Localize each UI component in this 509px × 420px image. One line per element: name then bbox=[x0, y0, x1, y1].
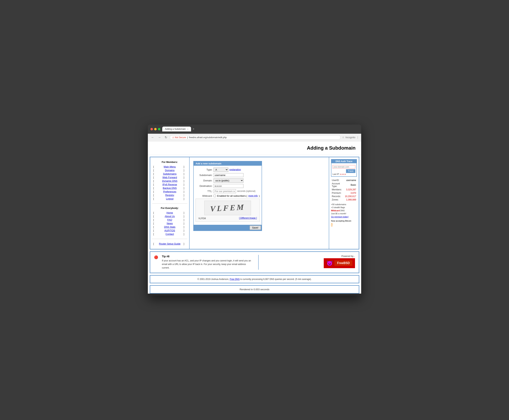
userid-label: UserID: bbox=[331, 179, 344, 182]
zones-row: Zones: 1,088,889 bbox=[331, 198, 357, 201]
sidebar-item-dynamic-dns[interactable]: [ Dynamic DNS ] bbox=[152, 179, 187, 183]
url-divider: | bbox=[187, 136, 188, 139]
sidebar-item-registry[interactable]: [ Registry ] bbox=[152, 193, 187, 197]
wildcard-controls: Enabled for all subscribers ( more info … bbox=[214, 195, 260, 197]
trace-button[interactable]: Trace bbox=[346, 169, 355, 173]
sidebar-item-contact[interactable]: [ Contact ] bbox=[152, 232, 187, 236]
account-type-value: Basic bbox=[344, 182, 357, 188]
dns-auth-title: DNS Auth Trace bbox=[332, 159, 356, 163]
render-time: Rendered in 0.003 seconds bbox=[239, 288, 269, 291]
ttl-input[interactable] bbox=[214, 189, 236, 193]
page-header: Adding a Subdomain bbox=[148, 141, 361, 155]
different-image-link[interactable]: [ Different Image ] bbox=[239, 217, 257, 219]
registry-link[interactable]: Registry bbox=[156, 194, 184, 196]
menu-icon[interactable]: ⋮ bbox=[356, 136, 359, 139]
destination-input[interactable] bbox=[214, 184, 243, 188]
tip-number: Tip #8 bbox=[162, 255, 253, 258]
subdomains-link[interactable]: Subdomains bbox=[156, 172, 184, 175]
sidebar-item-faq[interactable]: [ FAQ ] bbox=[152, 218, 187, 222]
dns-stats-link[interactable]: DNS Stats bbox=[156, 225, 184, 228]
promo-line2: +3 stealth flags bbox=[331, 206, 357, 209]
new-tab-button[interactable]: + bbox=[191, 127, 196, 132]
about-us-link[interactable]: About Us bbox=[156, 215, 184, 218]
router-section: [ Router Setup Guide ] bbox=[150, 240, 189, 247]
tip-content: Tip #8 If your account has an ACL, and y… bbox=[162, 255, 253, 270]
powered-by-label: Powered by... bbox=[264, 255, 355, 257]
destination-label: Destination: bbox=[196, 185, 212, 187]
sidebar-item-logout[interactable]: [ Logout ] bbox=[152, 197, 187, 201]
back-button[interactable]: ← bbox=[150, 135, 155, 140]
traffic-lights bbox=[150, 128, 160, 130]
browser-window: Adding a Subdomain × + ← → ↻ ⚠ Not Secur… bbox=[148, 125, 361, 296]
more-info-link[interactable]: more info bbox=[248, 195, 258, 197]
explanation-link[interactable]: explanation bbox=[229, 168, 241, 171]
contact-link[interactable]: Contact bbox=[156, 233, 184, 235]
sidebar-item-subdomains[interactable]: [ Subdomains ] bbox=[152, 172, 187, 176]
records-row: Records: 10,200,617 bbox=[331, 195, 357, 198]
home-link[interactable]: Home bbox=[156, 211, 184, 214]
premium-value: 3,870 bbox=[344, 191, 357, 195]
dynamic-dns-link[interactable]: Dynamic DNS bbox=[156, 180, 184, 182]
go-premium-link[interactable]: Go premium today! bbox=[331, 216, 349, 218]
promo-dns: DNS bbox=[340, 210, 345, 212]
active-tab[interactable]: Adding a Subdomain × bbox=[162, 127, 191, 131]
aup-tos-link[interactable]: AUP/TOS bbox=[156, 229, 184, 232]
free-dns-link[interactable]: Free DNS bbox=[230, 278, 239, 280]
sidebar: For Members: [ Main Menu ] [ Domains ] [… bbox=[150, 157, 190, 249]
ttl-row: TTL: seconds (optional) bbox=[196, 189, 260, 193]
address-bar[interactable]: ⚠ Not Secure | freedns.afraid.org/subdom… bbox=[170, 135, 340, 140]
last-ip-value[interactable]: x.x.x.x bbox=[340, 173, 346, 175]
sidebar-item-aup-tos[interactable]: [ AUP/TOS ] bbox=[152, 229, 187, 232]
faq-link[interactable]: FAQ bbox=[156, 218, 184, 221]
sidebar-item-about-us[interactable]: [ About Us ] bbox=[152, 215, 187, 218]
sidebar-item-web-forward[interactable]: [ Web Forward ] bbox=[152, 176, 187, 179]
main-menu-link[interactable]: Main Menu bbox=[156, 165, 184, 168]
maximize-button[interactable] bbox=[158, 128, 160, 130]
sidebar-item-news[interactable]: [ News ] bbox=[152, 222, 187, 225]
router-setup-link[interactable]: Router Setup Guide bbox=[156, 242, 184, 245]
incognito-label: Incognito bbox=[346, 136, 355, 139]
bitcoin-icon: ₿ bbox=[331, 223, 333, 227]
sidebar-item-preferences[interactable]: [ Preferences ] bbox=[152, 190, 187, 193]
captcha-image: VLFEM bbox=[204, 201, 251, 215]
save-button[interactable]: Save! bbox=[250, 225, 261, 230]
subdomain-label: Subdomain: bbox=[196, 174, 212, 177]
minimize-button[interactable] bbox=[154, 128, 157, 130]
tab-close-icon[interactable]: × bbox=[187, 128, 188, 130]
preferences-link[interactable]: Preferences bbox=[156, 190, 184, 193]
refresh-button[interactable]: ↻ bbox=[163, 135, 168, 140]
ipv6-reverse-link[interactable]: IPv6 Reverse bbox=[156, 183, 184, 186]
domains-link[interactable]: Domains bbox=[156, 169, 184, 172]
dns-domain-input[interactable] bbox=[332, 165, 355, 168]
destination-row: Destination: bbox=[196, 184, 260, 188]
freebsd-badge: 😈 FreeBSD bbox=[324, 258, 355, 268]
close-button[interactable] bbox=[150, 128, 153, 130]
subdomain-input[interactable] bbox=[214, 173, 243, 177]
sidebar-item-home[interactable]: [ Home ] bbox=[152, 211, 187, 215]
backup-dns-link[interactable]: Backup DNS bbox=[156, 187, 184, 189]
sidebar-item-ipv6-reverse[interactable]: [ IPv6 Reverse ] bbox=[152, 183, 187, 186]
zones-value: 1,088,889 bbox=[344, 198, 357, 201]
star-icon[interactable]: ☆ bbox=[342, 136, 344, 139]
userid-value: username bbox=[344, 179, 357, 182]
forward-button[interactable]: → bbox=[157, 135, 162, 140]
tip-divider bbox=[258, 255, 259, 270]
copyright-footer: © 2001-2019 Joshua Anderson, Free DNS is… bbox=[150, 275, 359, 283]
sidebar-item-dns-stats[interactable]: [ DNS Stats ] bbox=[152, 225, 187, 229]
logout-link[interactable]: Logout bbox=[156, 197, 184, 200]
wildcard-checkbox[interactable] bbox=[214, 195, 216, 197]
domain-label: Domain: bbox=[196, 179, 212, 182]
sidebar-item-backup-dns[interactable]: [ Backup DNS ] bbox=[152, 186, 187, 190]
type-select[interactable]: A AAAA CNAME MX TXT bbox=[214, 168, 228, 172]
sidebar-item-main-menu[interactable]: [ Main Menu ] bbox=[152, 165, 187, 168]
main-form-area: Add a new subdomain Type: A AAAA CNAME M… bbox=[190, 157, 329, 249]
last-ip-display: Last IP: x.x.x.x bbox=[332, 173, 355, 175]
news-link[interactable]: News bbox=[156, 222, 184, 225]
sidebar-item-domains[interactable]: [ Domains ] bbox=[152, 168, 187, 172]
sidebar-item-router[interactable]: [ Router Setup Guide ] bbox=[152, 242, 187, 246]
web-forward-link[interactable]: Web Forward bbox=[156, 176, 184, 179]
page-body: For Members: [ Main Menu ] [ Domains ] [… bbox=[150, 157, 359, 249]
domain-select[interactable]: us.to (public) bbox=[214, 178, 243, 183]
form-header: Add a new subdomain bbox=[194, 161, 262, 166]
bitcoin-label: Now accepting Bitcoin bbox=[331, 220, 357, 222]
